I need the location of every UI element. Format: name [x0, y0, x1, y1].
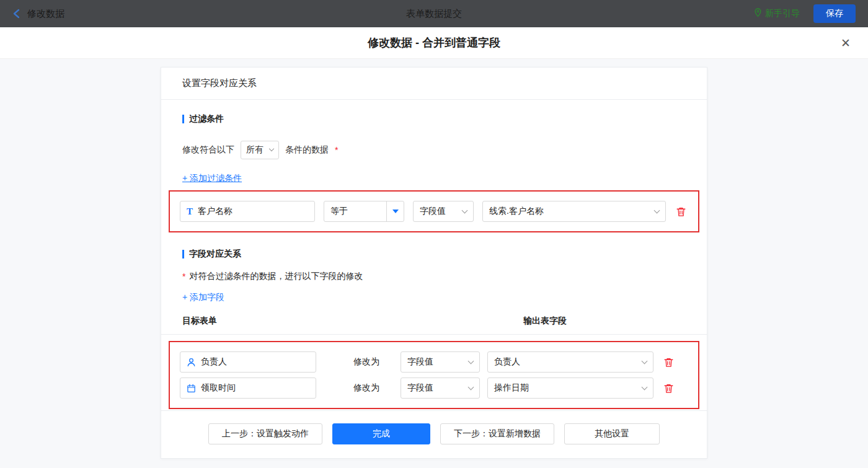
guide-label: 新手引导 [765, 8, 800, 19]
mapping-section-label: 字段对应关系 [189, 249, 241, 260]
operator-value: 等于 [324, 201, 386, 221]
operator-caret-button[interactable] [386, 201, 404, 221]
mapping-value: 操作日期 [494, 382, 529, 394]
filter-value-type: 字段值 [420, 206, 446, 217]
delete-mapping-button[interactable] [663, 357, 674, 368]
operator-select[interactable]: 等于 [324, 201, 404, 222]
next-step-button[interactable]: 下一步：设置新增数据 [440, 423, 554, 444]
mapping-column-headers: 目标表单 输出表字段 [182, 316, 686, 334]
filter-value: 线索.客户名称 [489, 206, 544, 217]
mapping-value: 负责人 [494, 356, 520, 368]
highlight-box-filter: T 客户名称 等于 字段值 线索.客户名称 [169, 190, 699, 232]
target-field-value: 负责人 [201, 356, 227, 368]
location-pin-icon [754, 8, 762, 19]
card-body: 过滤条件 修改符合以下 所有 条件的数据 * + 添加过滤条件 T 客户名称 [161, 100, 707, 410]
target-field-value: 领取时间 [201, 382, 236, 394]
target-field-input[interactable]: 负责人 [180, 351, 316, 373]
mapping-value-type: 字段值 [407, 356, 433, 368]
condition-suffix: 条件的数据 [285, 144, 329, 156]
condition-prefix: 修改符合以下 [182, 144, 234, 156]
other-settings-button[interactable]: 其他设置 [564, 423, 660, 444]
scope-select-value: 所有 [246, 144, 264, 156]
modal-header: 修改数据 - 合并到普通字段 ✕ [0, 27, 868, 59]
filter-value-type-select[interactable]: 字段值 [413, 201, 474, 222]
modal-title: 修改数据 - 合并到普通字段 [368, 35, 500, 50]
back-button[interactable]: 修改数据 [12, 8, 64, 20]
chevron-down-icon [642, 358, 648, 364]
section-accent-bar [182, 115, 184, 123]
trash-icon [663, 383, 674, 394]
modify-to-label: 修改为 [353, 382, 379, 394]
modify-to-label: 修改为 [353, 356, 379, 368]
prev-step-button[interactable]: 上一步：设置触发动作 [208, 423, 322, 444]
filter-section-label: 过滤条件 [189, 113, 224, 125]
condition-scope-row: 修改符合以下 所有 条件的数据 * [182, 141, 686, 159]
mapping-value-select[interactable]: 操作日期 [487, 377, 653, 399]
caret-down-icon [392, 210, 399, 213]
chevron-down-icon [468, 358, 474, 364]
settings-card: 设置字段对应关系 过滤条件 修改符合以下 所有 条件的数据 * + 添加过滤条件 [161, 67, 707, 459]
mapping-value-type: 字段值 [407, 382, 433, 394]
calendar-icon [187, 384, 196, 393]
save-button[interactable]: 保存 [813, 4, 856, 23]
condition-scope-select[interactable]: 所有 [241, 141, 279, 159]
mapping-section-title: 字段对应关系 [182, 249, 686, 260]
trash-icon [676, 206, 686, 217]
back-label: 修改数据 [27, 8, 64, 20]
page-title: 表单数据提交 [0, 8, 868, 20]
chevron-down-icon [468, 384, 474, 390]
delete-filter-button[interactable] [676, 206, 686, 217]
mapping-row: 负责人 修改为 字段值 负责人 [180, 351, 688, 373]
highlight-box-mapping: 负责人 修改为 字段值 负责人 [169, 341, 699, 409]
filter-field-value: 客户名称 [198, 206, 232, 217]
user-icon [187, 358, 196, 367]
text-field-icon: T [187, 207, 193, 216]
done-button[interactable]: 完成 [332, 423, 430, 444]
chevron-down-icon [642, 384, 648, 390]
delete-mapping-button[interactable] [663, 383, 674, 394]
beginner-guide-button[interactable]: 新手引导 [754, 8, 800, 19]
mapping-description: 对符合过滤条件的数据，进行以下字段的修改 [189, 271, 363, 282]
page-background: 设置字段对应关系 过滤条件 修改符合以下 所有 条件的数据 * + 添加过滤条件 [0, 59, 868, 468]
back-chevron-icon [12, 9, 21, 19]
add-filter-condition-link[interactable]: + 添加过滤条件 [182, 173, 242, 184]
mapping-value-select[interactable]: 负责人 [487, 351, 653, 373]
card-footer: 上一步：设置触发动作 完成 下一步：设置新增数据 其他设置 [161, 410, 707, 458]
filter-value-select[interactable]: 线索.客户名称 [482, 201, 666, 222]
topbar: 修改数据 表单数据提交 新手引导 保存 [0, 0, 868, 27]
card-header: 设置字段对应关系 [161, 68, 707, 100]
filter-field-input[interactable]: T 客户名称 [180, 201, 315, 222]
chevron-down-icon [654, 207, 660, 213]
chevron-down-icon [269, 146, 274, 151]
mapping-row: 领取时间 修改为 字段值 操作日期 [180, 377, 688, 399]
filter-section-title: 过滤条件 [182, 113, 686, 125]
mapping-value-type-select[interactable]: 字段值 [401, 351, 480, 373]
column-output-field: 输出表字段 [523, 316, 567, 327]
column-target-form: 目标表单 [182, 316, 217, 327]
target-field-input[interactable]: 领取时间 [180, 377, 316, 399]
divider [161, 334, 707, 335]
close-icon[interactable]: ✕ [838, 36, 853, 50]
chevron-down-icon [462, 207, 468, 213]
section-accent-bar [182, 250, 184, 258]
add-field-link[interactable]: + 添加字段 [182, 292, 224, 303]
mapping-description-row: * 对符合过滤条件的数据，进行以下字段的修改 [182, 271, 686, 282]
required-mark: * [182, 272, 185, 281]
mapping-value-type-select[interactable]: 字段值 [401, 377, 480, 399]
required-mark: * [335, 145, 338, 155]
filter-condition-row: T 客户名称 等于 字段值 线索.客户名称 [180, 201, 688, 222]
trash-icon [663, 357, 674, 368]
